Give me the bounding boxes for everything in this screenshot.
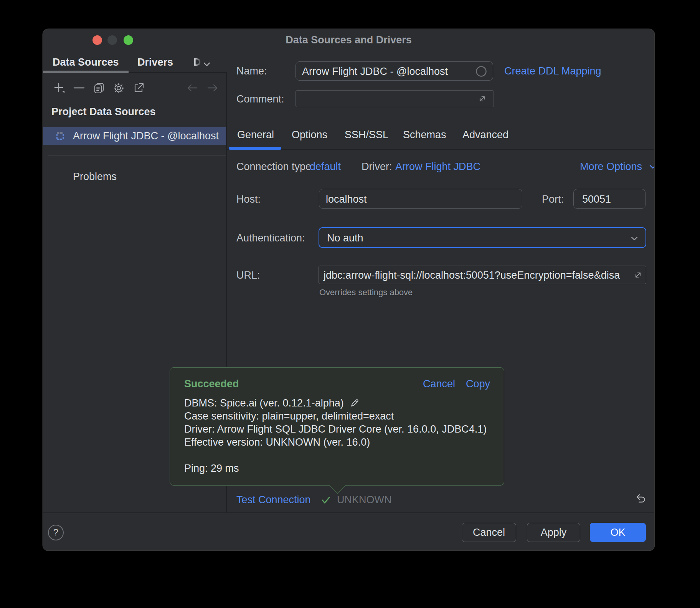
help-glyph: ?	[53, 527, 58, 538]
remove-data-source-button[interactable]	[73, 87, 85, 89]
tab-schemas[interactable]: Schemas	[403, 129, 446, 141]
test-connection-result-popup: Succeeded Cancel Copy DBMS: Spice.ai (ve…	[170, 367, 504, 486]
port-label: Port:	[542, 193, 564, 205]
add-data-source-button[interactable]	[53, 82, 66, 95]
authentication-label: Authentication:	[236, 232, 305, 244]
popup-copy-link[interactable]: Copy	[466, 378, 490, 390]
forward-arrow-icon[interactable]	[207, 83, 218, 93]
driver-value-link[interactable]: Arrow Flight JDBC	[395, 161, 480, 173]
sidebar-section-divider	[48, 155, 226, 156]
authentication-select[interactable]: No auth	[319, 227, 646, 248]
url-input-value: jdbc:arrow-flight-sql://localhost:50051?…	[324, 269, 620, 281]
checkmark-icon	[320, 495, 332, 506]
comment-label: Comment:	[236, 93, 284, 105]
connection-type-label: Connection type:	[236, 161, 314, 173]
chevron-down-icon[interactable]	[202, 59, 212, 69]
comment-input[interactable]	[296, 90, 494, 107]
ok-button[interactable]: OK	[590, 523, 646, 542]
url-label: URL:	[236, 269, 260, 281]
back-arrow-icon[interactable]	[187, 83, 198, 93]
project-data-sources-header: Project Data Sources	[51, 106, 156, 118]
sidebar-header-divider	[129, 72, 227, 73]
cancel-button[interactable]: Cancel	[462, 523, 516, 542]
spinner-ring-icon	[475, 66, 487, 77]
popup-cancel-link[interactable]: Cancel	[423, 378, 455, 390]
driver-label: Driver:	[362, 161, 392, 173]
tab-drivers[interactable]: Drivers	[137, 56, 173, 68]
port-input[interactable]: 50051	[573, 189, 646, 209]
host-input-value: localhost	[326, 193, 367, 205]
popup-version-line: Effective version: UNKNOWN (ver. 16.0)	[184, 436, 370, 448]
tab-data-sources[interactable]: Data Sources	[53, 56, 119, 68]
window-title: Data Sources and Drivers	[43, 34, 654, 46]
pencil-icon[interactable]	[350, 398, 360, 408]
chevron-down-icon	[629, 233, 639, 243]
help-button[interactable]: ?	[48, 525, 64, 540]
active-tab-indicator	[43, 71, 129, 73]
test-status-badge: UNKNOWN	[337, 494, 392, 506]
tab-overflow-truncated[interactable]: D	[193, 56, 201, 68]
more-options-label: More Options	[580, 161, 642, 172]
url-input[interactable]: jdbc:arrow-flight-sql://localhost:50051?…	[319, 266, 646, 284]
connection-type-value-link[interactable]: default	[310, 161, 341, 173]
tab-options[interactable]: Options	[292, 129, 327, 141]
sidebar-item-problems[interactable]: Problems	[73, 171, 117, 183]
expand-icon[interactable]	[477, 94, 487, 104]
tab-general[interactable]: General	[237, 129, 274, 141]
port-input-value: 50051	[582, 193, 611, 205]
popup-driver-line: Driver: Arrow Flight SQL JDBC Driver Cor…	[184, 423, 487, 435]
popup-ping-line: Ping: 29 ms	[184, 463, 239, 474]
undo-icon[interactable]	[635, 493, 647, 505]
test-connection-link[interactable]: Test Connection	[236, 494, 311, 506]
popup-dbms-text: DBMS: Spice.ai (ver. 0.12.1-alpha)	[184, 397, 344, 409]
data-source-icon	[55, 131, 65, 141]
authentication-value: No auth	[327, 232, 363, 244]
tab-ssh-ssl[interactable]: SSH/SSL	[345, 129, 388, 141]
name-input-value: Arrow Flight JDBC - @localhost	[302, 66, 448, 78]
active-tab-underline	[229, 147, 281, 150]
host-label: Host:	[236, 193, 261, 205]
status-succeeded: Succeeded	[184, 378, 239, 390]
data-source-item-label: Arrow Flight JDBC - @localhost	[73, 130, 219, 142]
apply-button[interactable]: Apply	[527, 523, 580, 542]
footer-divider	[43, 512, 654, 513]
tab-advanced[interactable]: Advanced	[462, 129, 508, 141]
expand-icon[interactable]	[633, 270, 643, 280]
host-input[interactable]: localhost	[319, 189, 522, 209]
name-input[interactable]: Arrow Flight JDBC - @localhost	[296, 61, 493, 81]
popup-case-line: Case sensitivity: plain=upper, delimited…	[184, 410, 394, 422]
screen: { "window": { "title": "Data Sources and…	[0, 0, 700, 608]
popup-dbms-line: DBMS: Spice.ai (ver. 0.12.1-alpha)	[184, 397, 360, 409]
create-ddl-mapping-link[interactable]: Create DDL Mapping	[504, 65, 601, 77]
export-icon[interactable]	[133, 82, 145, 94]
tabs-divider	[227, 149, 654, 150]
chevron-down-icon	[648, 162, 654, 171]
duplicate-icon[interactable]	[93, 82, 105, 94]
data-sources-dialog: Data Sources and Drivers Data Sources Dr…	[43, 29, 654, 550]
data-source-list-item-selected[interactable]: Arrow Flight JDBC - @localhost	[43, 127, 226, 145]
name-label: Name:	[236, 65, 267, 77]
more-options-link[interactable]: More Options	[580, 161, 654, 173]
gear-icon[interactable]	[113, 82, 125, 94]
url-hint: Overrides settings above	[319, 287, 413, 297]
